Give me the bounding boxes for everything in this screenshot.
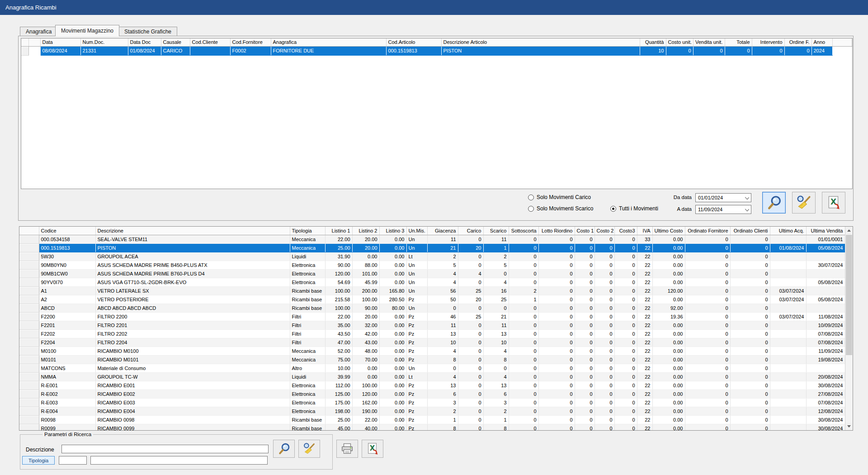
grid-cell[interactable]: 0 <box>730 424 770 431</box>
grid-cell[interactable]: GROUPOIL TC-W <box>95 372 290 381</box>
grid-cell[interactable]: 0 <box>575 381 594 390</box>
grid-cell[interactable]: 0 <box>509 338 538 347</box>
grid-cell[interactable] <box>770 407 806 415</box>
column-header[interactable]: Ordinato Fornitore <box>685 227 730 235</box>
grid-cell[interactable]: 0 <box>730 286 770 295</box>
grid-cell[interactable]: 22 <box>637 355 652 364</box>
column-header[interactable]: Ordinato Clienti <box>730 227 770 235</box>
grid-cell[interactable]: 0 <box>509 252 538 261</box>
grid-cell[interactable]: 22 <box>637 304 652 312</box>
grid-cell[interactable]: 4 <box>483 347 509 355</box>
row-header[interactable] <box>19 390 39 398</box>
grid-cell[interactable]: 40.00 <box>352 424 379 431</box>
grid-cell[interactable]: 0.00 <box>379 415 406 424</box>
grid-cell[interactable]: 0 <box>538 415 575 424</box>
grid-cell[interactable]: 25 <box>483 295 509 304</box>
grid-cell[interactable]: 0.00 <box>379 252 406 261</box>
grid-cell[interactable]: Ricambi base <box>290 295 325 304</box>
grid-cell[interactable]: 0.00 <box>652 269 685 278</box>
grid-cell[interactable]: Ricambi base <box>290 424 325 431</box>
grid-cell[interactable]: 0 <box>594 390 614 398</box>
grid-cell[interactable]: 0 <box>594 269 614 278</box>
grid-cell[interactable]: 0 <box>575 398 594 407</box>
radio-icon[interactable] <box>528 195 534 200</box>
grid-cell[interactable]: 0.00 <box>652 338 685 347</box>
grid-cell[interactable]: 22 <box>637 381 652 390</box>
row-header[interactable] <box>21 46 28 55</box>
table-row[interactable]: 08/08/20242133101/08/2024CARICOF0002FORN… <box>21 46 852 55</box>
grid-cell[interactable]: 54.69 <box>325 278 352 286</box>
grid-cell[interactable]: 1 <box>509 295 538 304</box>
grid-cell[interactable]: 0 <box>685 295 730 304</box>
column-header[interactable]: Costo3 <box>614 227 637 235</box>
table-row[interactable]: 90YV0I70ASUS VGA GT710-SL-2GDR-BRK-EVOEl… <box>19 278 845 286</box>
grid-cell[interactable]: 0 <box>509 424 538 431</box>
grid-cell[interactable]: Meccanica <box>290 235 325 243</box>
grid-cell[interactable]: M0101 <box>39 355 95 364</box>
grid-cell[interactable]: 0.00 <box>379 364 406 372</box>
grid-cell[interactable]: 0 <box>685 424 730 431</box>
grid-cell[interactable]: 2 <box>427 252 458 261</box>
grid-cell[interactable]: 2 <box>483 252 509 261</box>
grid-cell[interactable]: M0100 <box>39 347 95 355</box>
grid-cell[interactable]: Pz <box>406 407 427 415</box>
grid-cell[interactable]: 2 <box>427 407 458 415</box>
grid-cell[interactable]: Pz <box>406 390 427 398</box>
grid-cell[interactable]: RICAMBIO 0098 <box>95 415 290 424</box>
table-row[interactable]: R-E001RICAMBIO E001Elettronica112.00100.… <box>19 381 845 390</box>
grid-cell[interactable] <box>770 390 806 398</box>
grid-cell[interactable]: 03/07/2024 <box>770 286 806 295</box>
grid-cell[interactable]: ABCD <box>39 304 95 312</box>
grid-cell[interactable]: 0 <box>458 364 483 372</box>
column-header[interactable]: Scarico <box>483 227 509 235</box>
grid-cell[interactable]: 0 <box>614 355 637 364</box>
grid-cell[interactable]: 0 <box>509 415 538 424</box>
grid-cell[interactable]: 0.00 <box>652 364 685 372</box>
grid-cell[interactable]: PISTON <box>95 243 290 252</box>
grid-cell[interactable]: 25.00 <box>325 415 352 424</box>
column-header[interactable]: Ordine F. <box>784 38 811 46</box>
table-row[interactable]: M0101RICAMBIO M0101Meccanica75.0070.000.… <box>19 355 845 364</box>
grid-cell[interactable]: 11 <box>427 321 458 329</box>
grid-cell[interactable]: 0 <box>594 321 614 329</box>
grid-cell[interactable]: 07/08/2024 <box>806 329 845 338</box>
grid-cell[interactable]: R-E002 <box>39 390 95 398</box>
grid-cell[interactable]: 22 <box>637 312 652 321</box>
grid-cell[interactable]: NMMA <box>39 372 95 381</box>
grid-cell[interactable] <box>770 398 806 407</box>
grid-cell[interactable]: 0 <box>458 261 483 269</box>
grid-cell[interactable]: 0 <box>730 261 770 269</box>
grid-cell[interactable]: 11 <box>427 235 458 243</box>
grid-cell[interactable]: 22 <box>637 398 652 407</box>
parts-grid-vertical-scrollbar[interactable] <box>845 227 853 430</box>
grid-cell[interactable]: 10 <box>483 338 509 347</box>
grid-cell[interactable]: ASUS SCHEDA MADRE PRIME B760-PLUS D4 <box>95 269 290 278</box>
grid-cell[interactable]: 0.00 <box>652 407 685 415</box>
grid-cell[interactable]: RICAMBIO M0101 <box>95 355 290 364</box>
row-header[interactable] <box>19 243 39 252</box>
grid-cell[interactable]: 22 <box>637 424 652 431</box>
table-row[interactable]: R-E003RICAMBIO E003Elettronica175.00162.… <box>19 398 845 407</box>
grid-cell[interactable]: 12/08/2024 <box>806 407 845 415</box>
grid-cell[interactable]: 0 <box>666 46 693 55</box>
grid-cell[interactable]: 0 <box>685 355 730 364</box>
radio-icon[interactable] <box>528 206 534 212</box>
table-row[interactable]: 90MB1CW0ASUS SCHEDA MADRE PRIME B760-PLU… <box>19 269 845 278</box>
grid-cell[interactable]: Liquidi <box>290 372 325 381</box>
grid-cell[interactable]: 0 <box>458 381 483 390</box>
grid-cell[interactable]: 0 <box>575 347 594 355</box>
grid-cell[interactable]: 0 <box>538 321 575 329</box>
grid-cell[interactable]: 20/08/2024 <box>806 372 845 381</box>
grid-cell[interactable]: 0.00 <box>379 338 406 347</box>
grid-cell[interactable]: 0.00 <box>652 347 685 355</box>
grid-cell[interactable]: 0 <box>509 407 538 415</box>
grid-cell[interactable] <box>806 286 845 295</box>
grid-cell[interactable]: 0 <box>730 278 770 286</box>
grid-cell[interactable]: 100.00 <box>352 295 379 304</box>
column-header[interactable]: Listino 2 <box>352 227 379 235</box>
grid-cell[interactable]: 90.00 <box>325 261 352 269</box>
grid-cell[interactable]: Pz <box>406 381 427 390</box>
grid-cell[interactable]: 75.00 <box>325 355 352 364</box>
grid-cell[interactable]: 0 <box>538 347 575 355</box>
grid-cell[interactable]: 0 <box>685 329 730 338</box>
